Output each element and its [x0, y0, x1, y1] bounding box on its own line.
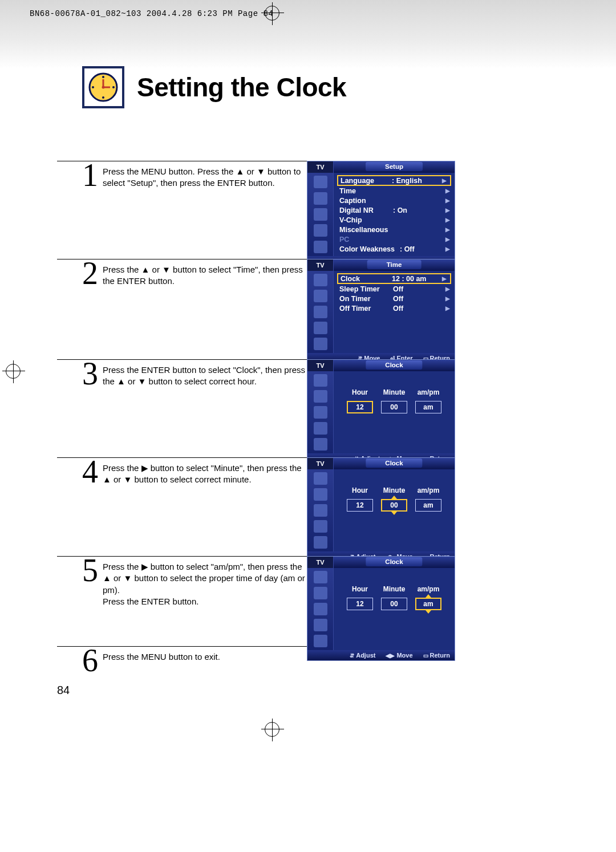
arrow-right-icon: ▶ — [445, 295, 450, 302]
svg-point-7 — [102, 86, 105, 89]
osd-title: Setup — [366, 162, 423, 171]
arrow-right-icon: ▶ — [445, 197, 450, 204]
osd-item-pc: PC ▶ — [335, 234, 453, 244]
svg-point-4 — [92, 86, 94, 88]
osd-tv-label: TV — [307, 161, 334, 173]
page-number: 84 — [57, 684, 70, 697]
arrow-right-icon: ▶ — [445, 236, 450, 242]
osd-item-clock[interactable]: Clock 12 : 00 am ▶ — [337, 273, 451, 284]
step-text: Press the MENU button. Press the ▲ or ▼ … — [103, 166, 308, 189]
osd-tv-label: TV — [307, 360, 334, 371]
step-text: Press the ENTER button to select "Clock"… — [103, 364, 308, 388]
osd-side-icons — [307, 371, 334, 453]
osd-side-icons — [307, 271, 334, 353]
clock-icon — [82, 66, 124, 108]
clock-value-minute[interactable]: 00 — [381, 499, 407, 512]
step-text: Press the MENU button to exit. — [103, 651, 308, 663]
step-text: Press the ▶ button to select "am/pm", th… — [103, 561, 308, 607]
clock-label-hour: Hour — [347, 388, 373, 396]
osd-item-off-timer[interactable]: Off Timer Off ▶ — [335, 303, 453, 313]
step-number: 4 — [82, 456, 98, 488]
osd-setup-panel: TV Setup Language : English ▶ Time ▶ Cap… — [307, 161, 455, 267]
osd-item-vchip[interactable]: V-Chip ▶ — [335, 215, 453, 225]
clock-label-minute: Minute — [381, 585, 407, 593]
arrow-right-icon: ▶ — [445, 246, 450, 252]
arrow-right-icon: ▶ — [445, 188, 450, 194]
svg-point-2 — [112, 86, 115, 88]
arrow-right-icon: ▶ — [445, 226, 450, 233]
arrow-right-icon: ▶ — [445, 217, 450, 223]
osd-time-panel: TV Time Clock 12 : 00 am ▶ Sleep Timer O… — [307, 259, 455, 364]
osd-title: Clock — [366, 459, 422, 468]
clock-value-hour[interactable]: 12 — [347, 401, 373, 413]
arrow-right-icon: ▶ — [445, 305, 450, 311]
osd-title: Clock — [366, 557, 422, 566]
osd-item-on-timer[interactable]: On Timer Off ▶ — [335, 294, 453, 303]
updown-icon: ⇵ — [350, 652, 354, 659]
step-text: Press the ▲ or ▼ button to select "Time"… — [103, 264, 308, 287]
clock-label-minute: Minute — [381, 388, 407, 396]
osd-item-miscellaneous[interactable]: Miscellaneous ▶ — [335, 225, 453, 234]
print-header: BN68-00678A-01_082~103 2004.4.28 6:23 PM… — [30, 9, 273, 18]
osd-side-icons — [307, 568, 334, 650]
clock-value-hour[interactable]: 12 — [347, 598, 373, 610]
arrow-right-icon: ▶ — [442, 275, 447, 282]
clock-value-ampm[interactable]: am — [415, 401, 441, 413]
osd-title: Time — [367, 260, 422, 269]
clock-label-ampm: am/pm — [415, 486, 441, 494]
arrow-right-icon: ▶ — [445, 286, 450, 292]
osd-clock-panel-ampm: TV Clock Hour Minute am/pm 12 00 am ⇵Adj… — [307, 556, 455, 661]
clock-value-ampm[interactable]: am — [415, 598, 441, 610]
clock-label-hour: Hour — [347, 486, 373, 494]
osd-item-sleep-timer[interactable]: Sleep Timer Off ▶ — [335, 284, 453, 294]
osd-tv-label: TV — [307, 557, 334, 568]
osd-item-time[interactable]: Time ▶ — [335, 186, 453, 196]
osd-title: Clock — [366, 360, 422, 370]
leftright-icon: ◀▶ — [386, 652, 395, 659]
clock-value-ampm[interactable]: am — [415, 499, 441, 512]
osd-item-caption[interactable]: Caption ▶ — [335, 196, 453, 205]
osd-clock-panel-hour: TV Clock Hour Minute am/pm 12 00 am ⇵Adj… — [307, 359, 455, 464]
osd-item-language[interactable]: Language : English ▶ — [337, 175, 451, 186]
osd-side-icons — [307, 173, 334, 256]
clock-label-ampm: am/pm — [415, 388, 441, 396]
step-number: 6 — [82, 644, 98, 676]
return-icon: ▭ — [423, 652, 428, 659]
step-number: 3 — [82, 358, 98, 390]
clock-value-minute[interactable]: 00 — [381, 598, 407, 610]
osd-item-digital-nr[interactable]: Digital NR : On ▶ — [335, 205, 453, 215]
clock-value-hour[interactable]: 12 — [347, 499, 373, 512]
clock-label-ampm: am/pm — [415, 585, 441, 593]
arrow-right-icon: ▶ — [442, 177, 447, 184]
osd-tv-label: TV — [307, 259, 334, 271]
clock-label-minute: Minute — [381, 486, 407, 494]
step-number: 1 — [82, 159, 98, 191]
svg-point-1 — [102, 76, 104, 78]
osd-footer: ⇵Adjust ◀▶Move ▭Return — [307, 650, 455, 660]
step-number: 5 — [82, 554, 98, 586]
page-title: Setting the Clock — [137, 72, 346, 103]
step-text: Press the ▶ button to select "Minute", t… — [103, 462, 308, 486]
clock-value-minute[interactable]: 00 — [381, 401, 407, 413]
arrow-right-icon: ▶ — [445, 207, 450, 213]
osd-tv-label: TV — [307, 458, 334, 469]
osd-clock-panel-minute: TV Clock Hour Minute am/pm 12 00 am ⇵Adj… — [307, 457, 455, 562]
osd-item-color-weakness[interactable]: Color Weakness : Off ▶ — [335, 244, 453, 254]
svg-point-3 — [102, 96, 104, 99]
clock-label-hour: Hour — [347, 585, 373, 593]
osd-side-icons — [307, 469, 334, 551]
step-number: 2 — [82, 257, 98, 289]
